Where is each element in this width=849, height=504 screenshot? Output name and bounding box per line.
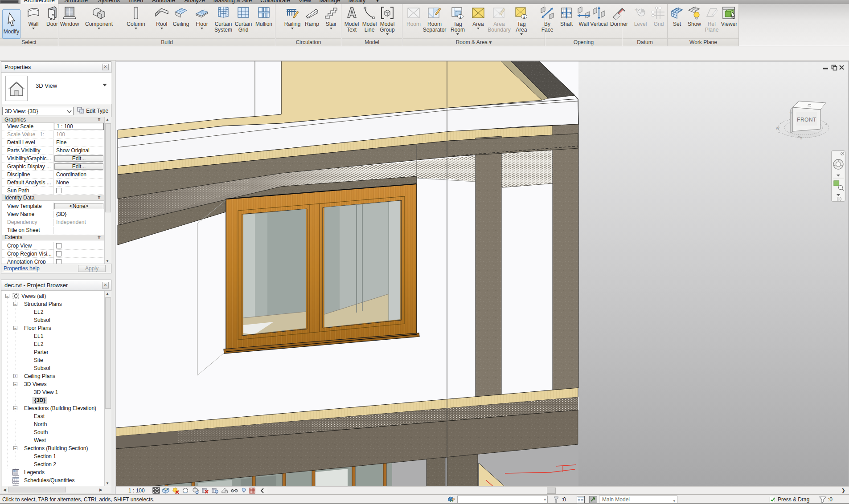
svg-text:FRONT: FRONT	[797, 117, 816, 123]
svg-text:.1: .1	[634, 8, 637, 12]
svg-text:1: 1	[523, 15, 525, 19]
svg-text:1: 1	[459, 15, 462, 19]
svg-text:W: W	[776, 126, 779, 130]
